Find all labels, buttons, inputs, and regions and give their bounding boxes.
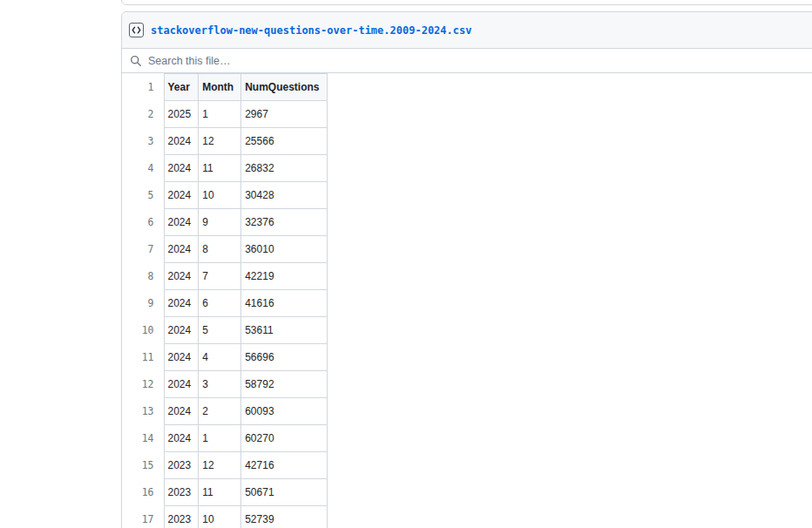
- table-cell: 50671: [241, 479, 327, 506]
- table-cell: 1: [199, 101, 241, 128]
- table-cell: 42219: [241, 263, 327, 290]
- table-cell: 2024: [164, 263, 199, 290]
- line-number: 13: [122, 398, 164, 425]
- table-cell: 52739: [241, 506, 327, 528]
- search-icon: [130, 55, 142, 67]
- table-cell: 56696: [241, 344, 327, 371]
- file-header: stackoverflow-new-questions-over-time.20…: [122, 12, 812, 49]
- table-row: 132024260093: [122, 398, 327, 425]
- table-cell: 42716: [241, 452, 327, 479]
- table-row: 82024742219: [122, 263, 327, 290]
- file-search-bar: [122, 49, 812, 73]
- table-cell: 53611: [241, 317, 327, 344]
- line-number: 5: [122, 182, 164, 209]
- table-cell: 2025: [164, 101, 199, 128]
- table-cell: 2: [199, 398, 241, 425]
- line-number: 7: [122, 236, 164, 263]
- line-number: 3: [122, 128, 164, 155]
- table-cell: 41616: [241, 290, 327, 317]
- code-icon: [129, 23, 144, 37]
- table-cell: 3: [199, 371, 241, 398]
- table-row: 122024358792: [122, 371, 327, 398]
- table-cell: 2024: [164, 371, 199, 398]
- column-header: NumQuestions: [241, 74, 327, 101]
- line-number: 9: [122, 290, 164, 317]
- csv-preview: 1YearMonthNumQuestions220251296732024122…: [122, 73, 812, 528]
- table-cell: 2024: [164, 317, 199, 344]
- table-cell: 10: [199, 182, 241, 209]
- table-cell: 2024: [164, 290, 199, 317]
- table-cell: 2024: [164, 425, 199, 452]
- table-row: 102024553611: [122, 317, 327, 344]
- table-cell: 32376: [241, 209, 327, 236]
- table-cell: 2023: [164, 506, 199, 528]
- table-cell: 2024: [164, 128, 199, 155]
- table-cell: 2024: [164, 155, 199, 182]
- table-row: 92024641616: [122, 290, 327, 317]
- table-cell: 8: [199, 236, 241, 263]
- table-cell: 2024: [164, 182, 199, 209]
- line-number: 14: [122, 425, 164, 452]
- table-cell: 11: [199, 479, 241, 506]
- table-row: 1520231242716: [122, 452, 327, 479]
- table-cell: 12: [199, 452, 241, 479]
- table-row: 520241030428: [122, 182, 327, 209]
- table-row: 1620231150671: [122, 479, 327, 506]
- csv-table: 1YearMonthNumQuestions220251296732024122…: [122, 73, 328, 528]
- line-number: 4: [122, 155, 164, 182]
- table-cell: 10: [199, 506, 241, 528]
- table-row: 62024932376: [122, 209, 327, 236]
- line-number: 6: [122, 209, 164, 236]
- line-number: 15: [122, 452, 164, 479]
- table-cell: 36010: [241, 236, 327, 263]
- table-cell: 2024: [164, 209, 199, 236]
- previous-file-card-fragment: [121, 0, 812, 5]
- table-cell: 2023: [164, 479, 199, 506]
- table-cell: 5: [199, 317, 241, 344]
- column-header: Year: [164, 74, 199, 101]
- table-cell: 60093: [241, 398, 327, 425]
- column-header: Month: [199, 74, 241, 101]
- table-row: 420241126832: [122, 155, 327, 182]
- line-number: 16: [122, 479, 164, 506]
- table-cell: 7: [199, 263, 241, 290]
- table-cell: 60270: [241, 425, 327, 452]
- table-row: 112024456696: [122, 344, 327, 371]
- line-number: 12: [122, 371, 164, 398]
- table-row: 72024836010: [122, 236, 327, 263]
- search-input[interactable]: [148, 49, 812, 72]
- table-cell: 4: [199, 344, 241, 371]
- table-cell: 12: [199, 128, 241, 155]
- table-cell: 25566: [241, 128, 327, 155]
- file-name-link[interactable]: stackoverflow-new-questions-over-time.20…: [151, 24, 471, 37]
- line-number: 11: [122, 344, 164, 371]
- table-cell: 2024: [164, 398, 199, 425]
- line-number: 2: [122, 101, 164, 128]
- page: stackoverflow-new-questions-over-time.20…: [0, 0, 812, 528]
- line-number: 10: [122, 317, 164, 344]
- table-cell: 1: [199, 425, 241, 452]
- table-cell: 58792: [241, 371, 327, 398]
- table-cell: 11: [199, 155, 241, 182]
- table-cell: 30428: [241, 182, 327, 209]
- table-row: 142024160270: [122, 425, 327, 452]
- table-cell: 2024: [164, 344, 199, 371]
- table-row: 1720231052739: [122, 506, 327, 528]
- table-cell: 2023: [164, 452, 199, 479]
- line-number: 17: [122, 506, 164, 528]
- table-cell: 26832: [241, 155, 327, 182]
- table-cell: 2024: [164, 236, 199, 263]
- table-row: 2202512967: [122, 101, 327, 128]
- file-card: stackoverflow-new-questions-over-time.20…: [121, 11, 812, 528]
- table-header-row: 1YearMonthNumQuestions: [122, 74, 327, 101]
- table-row: 320241225566: [122, 128, 327, 155]
- line-number: 1: [122, 74, 164, 101]
- table-cell: 6: [199, 290, 241, 317]
- table-cell: 2967: [241, 101, 327, 128]
- line-number: 8: [122, 263, 164, 290]
- table-cell: 9: [199, 209, 241, 236]
